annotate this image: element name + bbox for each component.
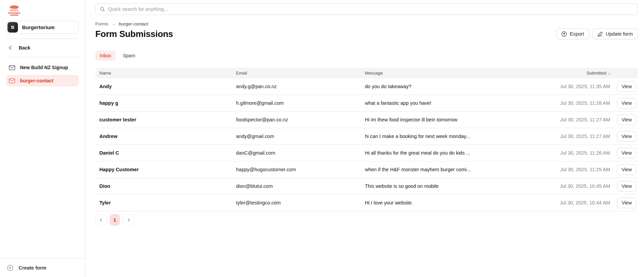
sidebar-item-label: New Build NZ Signup <box>20 65 68 70</box>
submission-email: andy.g@pan.co.nz <box>232 84 361 89</box>
table-row: customer tester foodspector@pan.co.nz Hi… <box>95 112 638 128</box>
pagination: 1 <box>95 214 638 225</box>
create-form-label: Create form <box>19 265 46 271</box>
sidebar-item-new-build-nz-signup[interactable]: New Build NZ Signup <box>6 62 79 73</box>
submission-date: Jul 30, 2025, 11:26 AM <box>540 150 611 156</box>
submissions-table: Name Email Message Submitted ↓ Andy andy… <box>95 68 638 211</box>
submission-name-link[interactable]: customer tester <box>99 117 136 122</box>
plus-circle-icon <box>7 264 14 271</box>
breadcrumb-burger-contact[interactable]: burger-contact <box>119 21 148 26</box>
sort-desc-icon: ↓ <box>608 71 610 76</box>
submission-email: danC@gmail.com <box>232 150 361 156</box>
submission-date: Jul 30, 2025, 10:45 AM <box>540 183 611 189</box>
tab-spam[interactable]: Spam <box>118 51 140 61</box>
chevron-left-icon <box>99 218 103 222</box>
sidebar: HUGO &FRANKS B Burgertorium Back New Bui… <box>0 0 85 277</box>
inbox-spam-tabs: Inbox Spam <box>95 51 638 61</box>
column-header-name: Name <box>95 71 232 76</box>
submission-email: andy@gmail.com <box>232 134 361 139</box>
burger-bun-icon <box>10 5 19 9</box>
submission-email: tyler@testingco.com <box>232 200 361 205</box>
table-row: Happy Customer happy@hugocustomer.com wh… <box>95 161 638 178</box>
submission-message: what a fantastic app you have! <box>361 100 540 106</box>
submission-message: do you do takeaway? <box>361 84 540 89</box>
submission-name-link[interactable]: Andrew <box>99 134 117 139</box>
export-button[interactable]: Export <box>556 28 589 39</box>
submission-email: h.gilmore@gmail.com <box>232 100 361 106</box>
submission-message: Hi I love your website. <box>361 200 540 205</box>
submission-name-link[interactable]: Tyler <box>99 200 111 205</box>
search-input[interactable] <box>108 6 633 12</box>
workspace-avatar: B <box>7 22 18 33</box>
submission-email: dion@blutui.com <box>232 183 361 189</box>
view-button[interactable]: View <box>617 164 637 175</box>
brand-logo: HUGO &FRANKS <box>7 5 21 16</box>
table-row: happy g h.gilmore@gmail.com what a fanta… <box>95 95 638 112</box>
workspace-name: Burgertorium <box>22 24 55 30</box>
arrow-left-icon <box>7 45 14 51</box>
submission-date: Jul 30, 2025, 11:27 AM <box>540 134 611 139</box>
table-row: Andy andy.g@pan.co.nz do you do takeaway… <box>95 78 638 95</box>
table-row: Daniel C danC@gmail.com Hi all thanks fo… <box>95 145 638 161</box>
prev-page-button[interactable] <box>95 214 106 225</box>
next-page-button[interactable] <box>123 214 134 225</box>
submission-email: happy@hugocustomer.com <box>232 167 361 172</box>
envelope-icon <box>9 78 15 83</box>
search-icon <box>100 6 105 12</box>
table-row: Andrew andy@gmail.com hi can I make a bo… <box>95 128 638 145</box>
create-form-button[interactable]: Create form <box>0 258 85 277</box>
export-icon <box>561 31 567 37</box>
submission-message: This website is so good on mobile <box>361 183 540 189</box>
table-row: Dion dion@blutui.com This website is so … <box>95 178 638 195</box>
submission-date: Jul 30, 2025, 11:35 AM <box>540 84 611 89</box>
workspace-switcher[interactable]: B Burgertorium <box>6 21 79 34</box>
submission-date: Jul 30, 2025, 10:44 AM <box>540 200 611 205</box>
submission-date: Jul 30, 2025, 11:27 AM <box>540 117 611 122</box>
arrow-right-icon: → <box>111 21 116 26</box>
submission-name-link[interactable]: Daniel C <box>99 150 119 156</box>
page-title: Form Submissions <box>95 29 173 39</box>
submission-message: hi can I make a booking for next week mo… <box>361 134 540 139</box>
submission-date: Jul 30, 2025, 11:25 AM <box>540 167 611 172</box>
chevron-right-icon <box>126 218 131 222</box>
pencil-icon <box>597 31 603 37</box>
quick-search[interactable] <box>95 3 638 15</box>
submission-name-link[interactable]: Dion <box>99 183 110 189</box>
view-button[interactable]: View <box>617 115 637 125</box>
submission-name-link[interactable]: happy g <box>99 100 118 106</box>
table-row: Tyler tyler@testingco.com Hi I love your… <box>95 195 638 211</box>
column-header-submitted[interactable]: Submitted ↓ <box>540 71 611 76</box>
page-number-button[interactable]: 1 <box>110 214 120 225</box>
sidebar-divider <box>6 39 79 39</box>
view-button[interactable]: View <box>617 148 637 158</box>
submission-date: Jul 30, 2025, 11:28 AM <box>540 100 611 106</box>
update-form-button[interactable]: Update form <box>592 28 638 39</box>
update-form-label: Update form <box>606 31 633 37</box>
sidebar-item-label: burger-contact <box>20 78 54 83</box>
logo-text-line1: HUGO <box>7 9 21 12</box>
submission-name-link[interactable]: Andy <box>99 84 112 89</box>
submission-message: when if the H&F monster mayhem burger co… <box>361 167 540 172</box>
submission-email: foodspector@pan.co.nz <box>232 117 361 122</box>
view-button[interactable]: View <box>617 98 637 108</box>
breadcrumb: Forms → burger-contact <box>95 21 638 26</box>
submission-name-link[interactable]: Happy Customer <box>99 167 139 172</box>
envelope-icon <box>9 65 15 70</box>
logo-tagline-bar <box>10 15 18 16</box>
column-header-message: Message <box>361 71 540 76</box>
back-button[interactable]: Back <box>0 42 85 54</box>
view-button[interactable]: View <box>617 181 637 192</box>
submission-message: Hi im thew food inspector ill bein tomor… <box>361 117 540 122</box>
table-header: Name Email Message Submitted ↓ <box>95 68 638 78</box>
breadcrumb-forms[interactable]: Forms <box>95 21 108 26</box>
back-label: Back <box>19 45 31 51</box>
tab-inbox[interactable]: Inbox <box>95 51 116 61</box>
submission-message: Hi all thanks for the great meal do you … <box>361 150 540 156</box>
view-button[interactable]: View <box>617 198 637 208</box>
sidebar-divider <box>6 57 79 57</box>
sidebar-item-burger-contact[interactable]: burger-contact <box>6 75 79 86</box>
export-label: Export <box>570 31 584 37</box>
view-button[interactable]: View <box>617 131 637 142</box>
column-header-email: Email <box>232 71 361 76</box>
view-button[interactable]: View <box>617 81 637 92</box>
